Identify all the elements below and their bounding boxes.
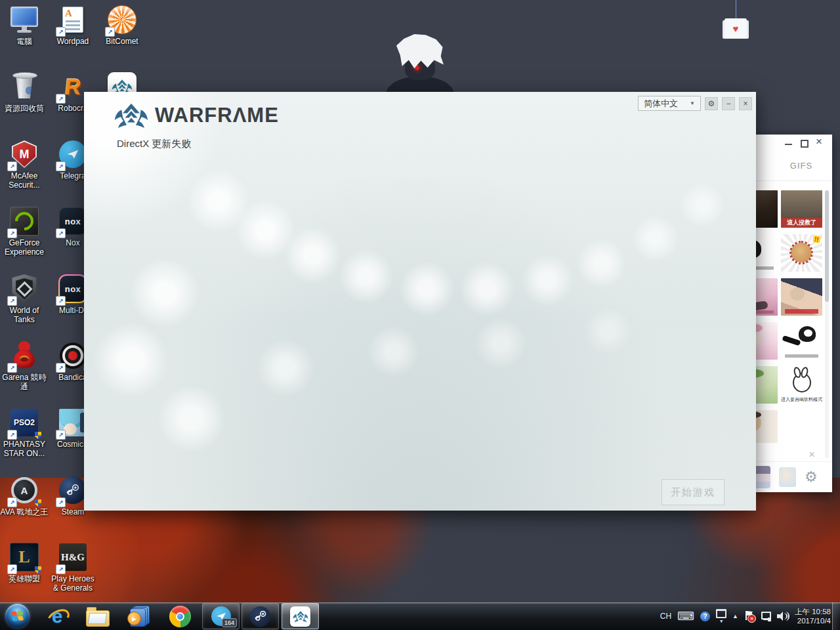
shortcut-arrow-icon: ↗ — [7, 296, 17, 306]
desktop-icon-label: BitComet — [106, 37, 138, 46]
shortcut-arrow-icon: ↗ — [7, 564, 17, 574]
ie-icon: e — [52, 605, 63, 627]
help-icon[interactable]: ? — [700, 612, 710, 621]
sticker-pack-item[interactable] — [779, 467, 796, 487]
steam-icon — [250, 606, 270, 627]
desktop-icon-lol[interactable]: L↗ 英雄聯盟 — [0, 541, 49, 583]
taskbar-item-warframe[interactable] — [282, 603, 319, 629]
shortcut-arrow-icon: ↗ — [56, 497, 66, 507]
uac-shield-icon — [35, 432, 41, 439]
desktop-icon-label: GeForce Experience — [0, 238, 49, 257]
wallpaper-character — [386, 34, 454, 94]
desktop-icon-mcafee[interactable]: M↗ McAfee Securit... — [0, 138, 49, 190]
maximize-button[interactable] — [801, 140, 808, 148]
taskbar-item-chrome[interactable] — [167, 604, 192, 629]
action-center-flag-icon[interactable]: × — [744, 610, 755, 622]
desktop-icon-ava[interactable]: A↗ AVA 戰地之王 — [0, 474, 49, 516]
media-player-icon: ▶ — [127, 606, 150, 627]
desktop-icon-heroes-generals[interactable]: H&G↗ Play Heroes & Generals — [49, 541, 97, 593]
desktop-icon-label: Robocra — [58, 104, 87, 113]
language-bar-icon[interactable]: ▼ — [716, 609, 726, 623]
taskbar: e ▶ 164 CH ⌨ ? ▼ ▲ × — [0, 602, 840, 630]
desktop-icon-label: Multi-Dr — [59, 306, 87, 315]
panel-close-icon[interactable]: × — [808, 448, 815, 461]
show-hidden-icons-arrow[interactable]: ▲ — [732, 613, 738, 620]
gif-thumbnail[interactable] — [781, 278, 822, 316]
shortcut-arrow-icon: ↗ — [56, 564, 66, 574]
minimize-button[interactable] — [785, 144, 792, 145]
desktop-icon-wordpad[interactable]: A↗ Wordpad — [49, 4, 97, 46]
minimize-button[interactable]: − — [722, 97, 735, 110]
desktop-icon-label: Steam — [62, 507, 85, 516]
settings-gear-button[interactable]: ⚙ — [705, 97, 718, 110]
desktop-icon-label: 英雄聯盟 — [9, 574, 40, 583]
language-select-value: 简体中文 — [644, 98, 678, 110]
desktop-icon-geforce[interactable]: ↗ GeForce Experience — [0, 205, 49, 257]
tray-date: 2017/10/4 — [795, 616, 831, 625]
close-button[interactable]: × — [816, 135, 822, 148]
gif-thumbnail[interactable]: 进入要昌喝饮料模式 — [781, 366, 822, 404]
desktop-icon-label: AVA 戰地之王 — [1, 507, 49, 516]
shortcut-arrow-icon: ↗ — [7, 430, 17, 440]
gif-thumbnail[interactable] — [781, 322, 822, 360]
shortcut-arrow-icon: ↗ — [7, 161, 17, 171]
desktop-icon-label: Wordpad — [57, 37, 89, 46]
desktop-icon-label: Garena 競時通 — [0, 373, 49, 391]
scrollbar-thumb[interactable] — [825, 190, 829, 302]
shortcut-arrow-icon: ↗ — [7, 363, 17, 373]
folder-icon — [86, 610, 110, 627]
robocraft-icon: R — [64, 74, 83, 100]
warframe-logo-text: WARFRΛME — [155, 104, 279, 127]
desktop-icon-label: Play Heroes & Generals — [49, 574, 97, 593]
taskbar-item-media-player[interactable]: ▶ — [126, 604, 151, 629]
taskbar-item-telegram[interactable]: 164 — [202, 603, 240, 629]
desktop-icon-label: 電腦 — [16, 37, 32, 46]
network-icon[interactable] — [761, 611, 771, 621]
gif-caption-small: 进入要昌喝饮料模式 — [781, 396, 822, 403]
gifs-tab-title: GIFS — [780, 161, 823, 171]
desktop: ♥ 電腦 資源回收筒 M↗ McAfee Securit... ↗ GeForc… — [0, 0, 840, 630]
start-game-button[interactable]: 开始游戏 — [662, 479, 724, 505]
desktop-icon-label: 資源回收筒 — [5, 104, 44, 113]
desktop-icon-bitcomet[interactable]: ↗ BitComet — [98, 4, 146, 46]
desktop-icon-label: PHANTASY STAR ON... — [0, 440, 49, 458]
update-status-text: DirectX 更新失败 — [117, 138, 191, 150]
tray-clock[interactable]: 上午 10:58 2017/10/4 — [795, 607, 831, 625]
desktop-icon-label: McAfee Securit... — [0, 171, 49, 190]
heart-icon: ♥ — [733, 24, 739, 33]
input-language-indicator[interactable]: CH — [660, 612, 671, 621]
shortcut-arrow-icon: ↗ — [7, 228, 17, 238]
uac-shield-icon — [35, 566, 41, 574]
warframe-launcher-window: 简体中文 ▼ ⚙ − × WARFRΛME DirectX 更新失败 开始游戏 — [84, 92, 756, 511]
desktop-icon-recycle-bin[interactable]: 資源回收筒 — [0, 71, 49, 113]
taskbar-item-ie[interactable]: e — [45, 604, 70, 629]
shortcut-arrow-icon: ↗ — [56, 430, 66, 440]
language-select[interactable]: 简体中文 ▼ — [638, 96, 701, 111]
keyboard-icon[interactable]: ⌨ — [677, 610, 694, 622]
uac-shield-icon — [35, 499, 41, 507]
desktop-icon-pso2[interactable]: PSO2↗ PHANTASY STAR ON... — [0, 407, 49, 458]
volume-icon[interactable] — [777, 611, 789, 621]
start-button[interactable] — [5, 604, 30, 628]
heart-shirt-icon: ♥ — [724, 18, 747, 38]
desktop-icon-world-of-tanks[interactable]: ↗ World of Tanks — [0, 273, 49, 324]
close-button[interactable]: × — [739, 97, 752, 110]
desktop-icon-label: Nox — [66, 238, 79, 247]
warframe-logo: WARFRΛME — [114, 102, 279, 129]
gif-thumbnail[interactable]: !! — [781, 234, 822, 272]
gif-badge: !! — [812, 235, 820, 243]
tiny-caption — [785, 354, 818, 358]
windows-flag-icon — [11, 610, 23, 621]
desktop-icon-garena[interactable]: ↗ Garena 競時通 — [0, 340, 49, 391]
shortcut-arrow-icon: ↗ — [56, 27, 66, 37]
desktop-icon-label: Telegra — [60, 171, 85, 180]
gif-thumbnail[interactable]: 這人沒救了 — [781, 190, 822, 228]
show-desktop-button[interactable] — [832, 602, 840, 630]
recycle-bin-icon — [15, 77, 33, 98]
warframe-emblem-icon — [114, 102, 148, 129]
taskbar-item-steam[interactable] — [242, 603, 279, 629]
tray-time: 上午 10:58 — [795, 607, 831, 616]
desktop-icon-computer[interactable]: 電腦 — [0, 4, 49, 46]
taskbar-item-explorer[interactable] — [85, 604, 110, 629]
sticker-settings-gear-icon[interactable]: ⚙ — [805, 470, 818, 484]
